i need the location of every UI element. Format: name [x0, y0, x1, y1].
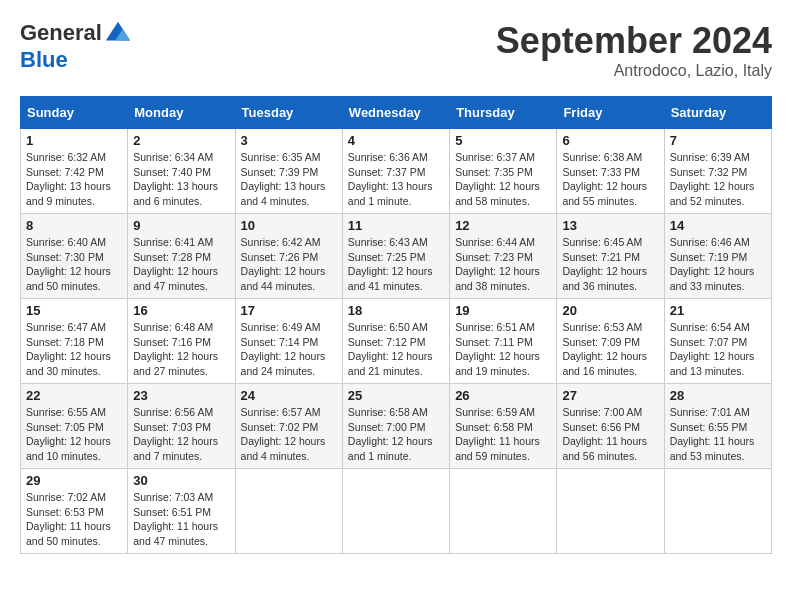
day-info: Sunrise: 6:55 AMSunset: 7:05 PMDaylight:…	[26, 405, 122, 464]
day-number: 17	[241, 303, 337, 318]
month-title: September 2024	[496, 20, 772, 62]
day-info: Sunrise: 6:37 AMSunset: 7:35 PMDaylight:…	[455, 150, 551, 209]
day-info: Sunrise: 7:03 AMSunset: 6:51 PMDaylight:…	[133, 490, 229, 549]
day-cell: 6Sunrise: 6:38 AMSunset: 7:33 PMDaylight…	[557, 129, 664, 214]
day-info: Sunrise: 6:49 AMSunset: 7:14 PMDaylight:…	[241, 320, 337, 379]
day-number: 16	[133, 303, 229, 318]
day-number: 3	[241, 133, 337, 148]
day-cell: 28Sunrise: 7:01 AMSunset: 6:55 PMDayligh…	[664, 384, 771, 469]
day-number: 29	[26, 473, 122, 488]
day-cell: 25Sunrise: 6:58 AMSunset: 7:00 PMDayligh…	[342, 384, 449, 469]
day-cell: 29Sunrise: 7:02 AMSunset: 6:53 PMDayligh…	[21, 469, 128, 554]
day-number: 14	[670, 218, 766, 233]
day-cell	[664, 469, 771, 554]
week-row-5: 29Sunrise: 7:02 AMSunset: 6:53 PMDayligh…	[21, 469, 772, 554]
day-cell: 7Sunrise: 6:39 AMSunset: 7:32 PMDaylight…	[664, 129, 771, 214]
day-cell: 17Sunrise: 6:49 AMSunset: 7:14 PMDayligh…	[235, 299, 342, 384]
day-info: Sunrise: 6:35 AMSunset: 7:39 PMDaylight:…	[241, 150, 337, 209]
day-info: Sunrise: 6:59 AMSunset: 6:58 PMDaylight:…	[455, 405, 551, 464]
day-info: Sunrise: 6:44 AMSunset: 7:23 PMDaylight:…	[455, 235, 551, 294]
day-number: 1	[26, 133, 122, 148]
day-info: Sunrise: 6:47 AMSunset: 7:18 PMDaylight:…	[26, 320, 122, 379]
day-number: 24	[241, 388, 337, 403]
day-cell	[235, 469, 342, 554]
day-cell: 16Sunrise: 6:48 AMSunset: 7:16 PMDayligh…	[128, 299, 235, 384]
calendar-body: 1Sunrise: 6:32 AMSunset: 7:42 PMDaylight…	[21, 129, 772, 554]
day-number: 25	[348, 388, 444, 403]
day-cell	[342, 469, 449, 554]
day-number: 7	[670, 133, 766, 148]
logo-blue-text: Blue	[20, 47, 68, 72]
location: Antrodoco, Lazio, Italy	[496, 62, 772, 80]
day-number: 10	[241, 218, 337, 233]
day-info: Sunrise: 7:02 AMSunset: 6:53 PMDaylight:…	[26, 490, 122, 549]
header-saturday: Saturday	[664, 97, 771, 129]
day-info: Sunrise: 6:34 AMSunset: 7:40 PMDaylight:…	[133, 150, 229, 209]
day-number: 12	[455, 218, 551, 233]
day-info: Sunrise: 6:36 AMSunset: 7:37 PMDaylight:…	[348, 150, 444, 209]
day-cell: 15Sunrise: 6:47 AMSunset: 7:18 PMDayligh…	[21, 299, 128, 384]
day-number: 13	[562, 218, 658, 233]
day-cell: 20Sunrise: 6:53 AMSunset: 7:09 PMDayligh…	[557, 299, 664, 384]
day-info: Sunrise: 6:48 AMSunset: 7:16 PMDaylight:…	[133, 320, 229, 379]
day-cell: 24Sunrise: 6:57 AMSunset: 7:02 PMDayligh…	[235, 384, 342, 469]
day-number: 8	[26, 218, 122, 233]
day-cell: 13Sunrise: 6:45 AMSunset: 7:21 PMDayligh…	[557, 214, 664, 299]
day-number: 15	[26, 303, 122, 318]
day-cell: 3Sunrise: 6:35 AMSunset: 7:39 PMDaylight…	[235, 129, 342, 214]
day-info: Sunrise: 6:57 AMSunset: 7:02 PMDaylight:…	[241, 405, 337, 464]
day-cell: 5Sunrise: 6:37 AMSunset: 7:35 PMDaylight…	[450, 129, 557, 214]
day-number: 22	[26, 388, 122, 403]
logo: General Blue	[20, 20, 132, 72]
day-info: Sunrise: 6:42 AMSunset: 7:26 PMDaylight:…	[241, 235, 337, 294]
day-info: Sunrise: 6:58 AMSunset: 7:00 PMDaylight:…	[348, 405, 444, 464]
day-number: 6	[562, 133, 658, 148]
day-info: Sunrise: 6:53 AMSunset: 7:09 PMDaylight:…	[562, 320, 658, 379]
day-cell: 26Sunrise: 6:59 AMSunset: 6:58 PMDayligh…	[450, 384, 557, 469]
day-cell: 10Sunrise: 6:42 AMSunset: 7:26 PMDayligh…	[235, 214, 342, 299]
day-info: Sunrise: 6:46 AMSunset: 7:19 PMDaylight:…	[670, 235, 766, 294]
day-cell: 12Sunrise: 6:44 AMSunset: 7:23 PMDayligh…	[450, 214, 557, 299]
header-sunday: Sunday	[21, 97, 128, 129]
day-cell: 30Sunrise: 7:03 AMSunset: 6:51 PMDayligh…	[128, 469, 235, 554]
page-header: General Blue September 2024 Antrodoco, L…	[20, 20, 772, 80]
week-row-3: 15Sunrise: 6:47 AMSunset: 7:18 PMDayligh…	[21, 299, 772, 384]
day-cell: 14Sunrise: 6:46 AMSunset: 7:19 PMDayligh…	[664, 214, 771, 299]
day-cell	[450, 469, 557, 554]
day-cell: 8Sunrise: 6:40 AMSunset: 7:30 PMDaylight…	[21, 214, 128, 299]
day-number: 30	[133, 473, 229, 488]
header-wednesday: Wednesday	[342, 97, 449, 129]
header-thursday: Thursday	[450, 97, 557, 129]
day-info: Sunrise: 6:45 AMSunset: 7:21 PMDaylight:…	[562, 235, 658, 294]
day-info: Sunrise: 7:01 AMSunset: 6:55 PMDaylight:…	[670, 405, 766, 464]
header-friday: Friday	[557, 97, 664, 129]
header-monday: Monday	[128, 97, 235, 129]
day-number: 18	[348, 303, 444, 318]
day-info: Sunrise: 6:40 AMSunset: 7:30 PMDaylight:…	[26, 235, 122, 294]
logo-general-text: General	[20, 20, 102, 45]
title-block: September 2024 Antrodoco, Lazio, Italy	[496, 20, 772, 80]
header-row: SundayMondayTuesdayWednesdayThursdayFrid…	[21, 97, 772, 129]
day-cell: 9Sunrise: 6:41 AMSunset: 7:28 PMDaylight…	[128, 214, 235, 299]
day-cell	[557, 469, 664, 554]
day-cell: 4Sunrise: 6:36 AMSunset: 7:37 PMDaylight…	[342, 129, 449, 214]
day-number: 27	[562, 388, 658, 403]
day-number: 26	[455, 388, 551, 403]
day-info: Sunrise: 6:56 AMSunset: 7:03 PMDaylight:…	[133, 405, 229, 464]
day-info: Sunrise: 6:32 AMSunset: 7:42 PMDaylight:…	[26, 150, 122, 209]
day-info: Sunrise: 6:41 AMSunset: 7:28 PMDaylight:…	[133, 235, 229, 294]
day-cell: 19Sunrise: 6:51 AMSunset: 7:11 PMDayligh…	[450, 299, 557, 384]
day-info: Sunrise: 6:54 AMSunset: 7:07 PMDaylight:…	[670, 320, 766, 379]
day-info: Sunrise: 6:43 AMSunset: 7:25 PMDaylight:…	[348, 235, 444, 294]
week-row-2: 8Sunrise: 6:40 AMSunset: 7:30 PMDaylight…	[21, 214, 772, 299]
day-number: 11	[348, 218, 444, 233]
day-number: 28	[670, 388, 766, 403]
week-row-1: 1Sunrise: 6:32 AMSunset: 7:42 PMDaylight…	[21, 129, 772, 214]
day-cell: 18Sunrise: 6:50 AMSunset: 7:12 PMDayligh…	[342, 299, 449, 384]
day-cell: 11Sunrise: 6:43 AMSunset: 7:25 PMDayligh…	[342, 214, 449, 299]
day-cell: 23Sunrise: 6:56 AMSunset: 7:03 PMDayligh…	[128, 384, 235, 469]
calendar-header: SundayMondayTuesdayWednesdayThursdayFrid…	[21, 97, 772, 129]
calendar-table: SundayMondayTuesdayWednesdayThursdayFrid…	[20, 96, 772, 554]
day-info: Sunrise: 6:38 AMSunset: 7:33 PMDaylight:…	[562, 150, 658, 209]
day-cell: 27Sunrise: 7:00 AMSunset: 6:56 PMDayligh…	[557, 384, 664, 469]
